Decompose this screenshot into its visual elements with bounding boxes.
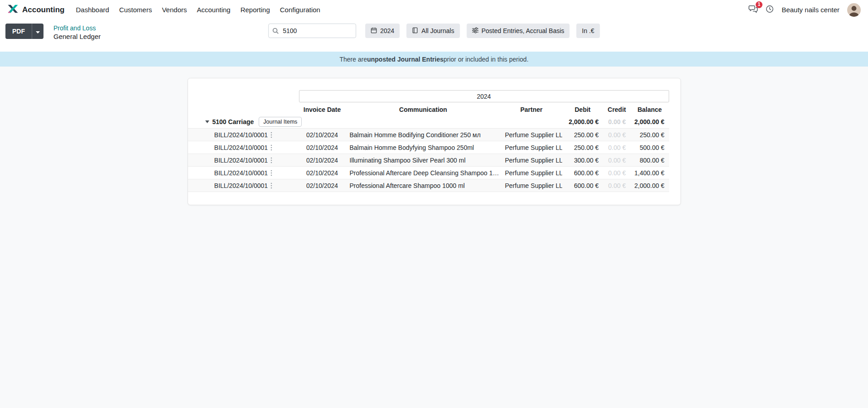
column-header-communication: Communication — [346, 106, 501, 113]
banner-text-bold: unposted Journal Entries — [367, 56, 444, 63]
credit-amount: 0.00 € — [603, 157, 631, 164]
page: Accounting Dashboard Customers Vendors A… — [0, 0, 868, 408]
report-content: 2024 Invoice Date Communication Partner … — [0, 67, 868, 408]
entry-ref[interactable]: BILL/2024/10/0001 — [214, 144, 268, 151]
partner: Perfume Supplier LLC — [501, 131, 562, 139]
navbar-systray: 1 Beauty nails center — [748, 3, 861, 17]
report-toolbar: PDF Profit and Loss General Ledger — [0, 19, 868, 52]
entry-ref[interactable]: BILL/2024/10/0001 — [214, 157, 268, 164]
column-header-credit: Credit — [603, 106, 631, 113]
period-label: 2024 — [299, 90, 669, 102]
table-row: BILL/2024/10/0001 02/10/2024 Professiona… — [188, 179, 669, 192]
kebab-icon[interactable] — [270, 157, 272, 163]
general-ledger-card: 2024 Invoice Date Communication Partner … — [188, 78, 681, 205]
filter-currency-label: In .€ — [582, 27, 594, 34]
credit-amount: 0.00 € — [603, 131, 631, 139]
sliders-icon — [472, 27, 478, 35]
invoice-date: 02/10/2024 — [299, 131, 346, 139]
top-navbar: Accounting Dashboard Customers Vendors A… — [0, 0, 868, 19]
pdf-split-button: PDF — [5, 24, 43, 39]
entry-ref[interactable]: BILL/2024/10/0001 — [214, 131, 268, 139]
nav-item-vendors[interactable]: Vendors — [157, 0, 192, 19]
group-collapse-toggle[interactable] — [205, 120, 209, 123]
journal-items-body: BILL/2024/10/0001 02/10/2024 Balmain Hom… — [188, 129, 669, 192]
partner: Perfume Supplier LLC — [501, 182, 562, 189]
group-credit-total: 0.00 € — [603, 118, 631, 125]
communication: Illuminating Shampoo Silver Pearl 300 ml — [346, 157, 501, 164]
app-title: Accounting — [22, 5, 65, 14]
table-row: BILL/2024/10/0001 02/10/2024 Balmain Hom… — [188, 129, 669, 141]
app-switcher[interactable]: Accounting — [7, 3, 65, 16]
calendar-icon — [371, 27, 377, 35]
debit-amount: 250.00 € — [562, 144, 603, 151]
credit-amount: 0.00 € — [603, 182, 631, 189]
invoice-date: 02/10/2024 — [299, 157, 346, 164]
debit-amount: 600.00 € — [562, 182, 603, 189]
main-menu: Dashboard Customers Vendors Accounting R… — [71, 0, 325, 19]
pdf-button[interactable]: PDF — [5, 24, 32, 39]
filter-options-label: Posted Entries, Accrual Basis — [482, 27, 564, 34]
accounting-app-icon — [7, 3, 19, 16]
kebab-icon[interactable] — [270, 170, 272, 176]
communication: Professional Aftercare Deep Cleansing Sh… — [346, 169, 501, 177]
credit-amount: 0.00 € — [603, 144, 631, 151]
nav-item-reporting[interactable]: Reporting — [236, 0, 275, 19]
account-group-header: 5100 Carriage Journal Items — [188, 117, 501, 127]
avatar[interactable] — [847, 3, 861, 17]
debit-amount: 250.00 € — [562, 131, 603, 139]
search-box — [268, 24, 356, 38]
column-header-row: Invoice Date Communication Partner Debit… — [188, 104, 669, 115]
nav-item-accounting[interactable]: Accounting — [192, 0, 235, 19]
table-row: BILL/2024/10/0001 02/10/2024 Professiona… — [188, 167, 669, 179]
debit-amount: 600.00 € — [562, 169, 603, 177]
partner: Perfume Supplier LLC — [501, 157, 562, 164]
nav-item-configuration[interactable]: Configuration — [275, 0, 325, 19]
kebab-icon[interactable] — [270, 182, 272, 189]
filter-date-label: 2024 — [380, 27, 394, 34]
company-name[interactable]: Beauty nails center — [781, 6, 839, 14]
caret-down-icon — [36, 28, 40, 35]
filter-journals-label: All Journals — [421, 27, 454, 34]
account-name[interactable]: 5100 Carriage — [212, 118, 254, 125]
pdf-dropdown-toggle[interactable] — [32, 24, 43, 39]
journal-icon — [412, 27, 418, 35]
account-group-row: 5100 Carriage Journal Items 2,000.00 € 0… — [188, 115, 669, 129]
communication: Professional Aftercare Shampoo 1000 ml — [346, 182, 501, 189]
column-header-partner: Partner — [501, 106, 562, 113]
breadcrumb: Profit and Loss General Ledger — [53, 24, 101, 40]
unposted-entries-banner: There are unposted Journal Entries prior… — [0, 52, 868, 67]
breadcrumb-profit-and-loss[interactable]: Profit and Loss — [53, 24, 101, 32]
entry-ref[interactable]: BILL/2024/10/0001 — [214, 182, 268, 189]
banner-text-pre: There are — [339, 56, 367, 63]
messages-button[interactable]: 1 — [748, 5, 758, 15]
balance-amount: 800.00 € — [631, 157, 669, 164]
column-header-invoice-date: Invoice Date — [299, 106, 346, 113]
filter-date-button[interactable]: 2024 — [365, 24, 400, 38]
nav-item-customers[interactable]: Customers — [114, 0, 157, 19]
credit-amount: 0.00 € — [603, 169, 631, 177]
balance-amount: 2,000.00 € — [631, 182, 669, 189]
filter-journals-button[interactable]: All Journals — [406, 24, 459, 38]
kebab-icon[interactable] — [270, 132, 272, 138]
period-header-row: 2024 — [188, 90, 669, 102]
invoice-date: 02/10/2024 — [299, 169, 346, 177]
balance-amount: 1,400.00 € — [631, 169, 669, 177]
filter-options-button[interactable]: Posted Entries, Accrual Basis — [467, 24, 570, 38]
filter-currency-button[interactable]: In .€ — [577, 24, 600, 38]
invoice-date: 02/10/2024 — [299, 144, 346, 151]
partner: Perfume Supplier LLC — [501, 169, 562, 177]
group-debit-total: 2,000.00 € — [562, 118, 603, 125]
nav-item-dashboard[interactable]: Dashboard — [71, 0, 114, 19]
clock-icon — [766, 5, 774, 15]
table-row: BILL/2024/10/0001 02/10/2024 Illuminatin… — [188, 154, 669, 167]
entry-ref[interactable]: BILL/2024/10/0001 — [214, 169, 268, 177]
activities-button[interactable] — [766, 5, 774, 15]
page-title: General Ledger — [53, 33, 101, 40]
column-header-balance: Balance — [631, 106, 669, 113]
banner-text-post: prior or included in this period. — [444, 56, 529, 63]
notification-badge: 1 — [756, 1, 763, 8]
search-input[interactable] — [268, 24, 356, 38]
partner: Perfume Supplier LLC — [501, 144, 562, 151]
journal-items-button[interactable]: Journal Items — [259, 117, 302, 127]
kebab-icon[interactable] — [270, 144, 272, 151]
